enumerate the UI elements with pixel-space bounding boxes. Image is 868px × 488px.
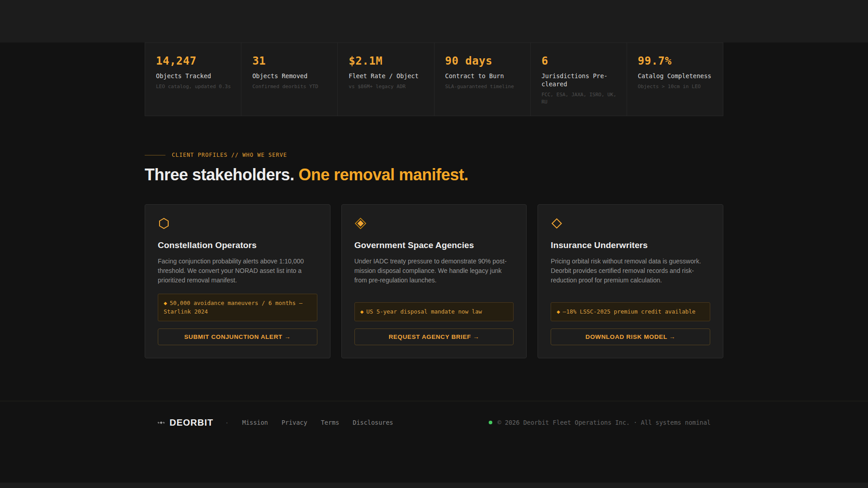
stat-value: $2.1M (349, 55, 424, 67)
footer-link-mission[interactable]: Mission (242, 419, 268, 426)
card-constellation-operators: Constellation Operators Facing conjuncti… (145, 204, 330, 358)
stats-bar: 14,247 Objects Tracked LEO catalog, upda… (145, 42, 723, 116)
client-cards: Constellation Operators Facing conjuncti… (145, 204, 723, 358)
stat-sublabel: SLA-guaranteed timeline (445, 83, 520, 90)
stat-sublabel: vs $86M+ legacy ADR (349, 83, 424, 90)
download-risk-model-button[interactable]: DOWNLOAD RISK MODEL → (551, 328, 710, 345)
card-callout: ◆–18% LSSC-2025 premium credit available (551, 302, 710, 321)
footer-brand-group: DEORBIT · Mission Privacy Terms Disclosu… (157, 418, 393, 428)
callout-text: US 5-year disposal mandate now law (366, 308, 482, 315)
callout-text: –18% LSSC-2025 premium credit available (563, 308, 696, 315)
stat-value: 14,247 (156, 55, 231, 67)
stat-objects-removed: 31 Objects Removed Confirmed deorbits YT… (241, 43, 338, 116)
card-callout: ◆50,000 avoidance maneuvers / 6 months —… (158, 294, 317, 321)
stat-sublabel: LEO catalog, updated 0.3s (156, 83, 231, 90)
stat-catalog-completeness: 99.7% Catalog Completeness Objects > 10c… (627, 43, 723, 116)
footer-link-privacy[interactable]: Privacy (282, 419, 307, 426)
card-title: Insurance Underwriters (551, 240, 710, 250)
diamond-outline-icon (551, 217, 563, 230)
card-callout: ◆US 5-year disposal mandate now law (354, 302, 514, 321)
page-title: Three stakeholders. One removal manifest… (145, 165, 723, 184)
diamond-marker-icon: ◆ (164, 300, 167, 306)
stat-label: Fleet Rate / Object (349, 72, 424, 80)
diamond-marker-icon: ◆ (360, 308, 364, 315)
stat-fleet-rate: $2.1M Fleet Rate / Object vs $86M+ legac… (338, 43, 434, 116)
copyright-status-text: © 2026 Deorbit Fleet Operations Inc. · A… (498, 419, 711, 426)
stat-label: Jurisdictions Pre-cleared (542, 72, 617, 88)
request-agency-brief-button[interactable]: REQUEST AGENCY BRIEF → (354, 328, 514, 345)
main-section: 14,247 Objects Tracked LEO catalog, upda… (0, 42, 868, 483)
diamond-marker-icon: ◆ (557, 308, 560, 315)
card-body: Facing conjunction probability alerts ab… (158, 257, 317, 286)
stat-sublabel: Confirmed deorbits YTD (252, 83, 327, 90)
card-body: Under IADC treaty pressure to demonstrat… (354, 257, 514, 286)
stat-objects-tracked: 14,247 Objects Tracked LEO catalog, upda… (145, 43, 241, 116)
brand-logo[interactable]: DEORBIT (170, 418, 213, 428)
footer-separator: · (225, 419, 229, 426)
stat-label: Contract to Burn (445, 72, 520, 80)
footer-status-group: © 2026 Deorbit Fleet Operations Inc. · A… (489, 419, 711, 426)
stat-label: Catalog Completeness (638, 72, 713, 80)
footer-link-terms[interactable]: Terms (321, 419, 340, 426)
satellite-icon (157, 419, 165, 427)
eyebrow-rule (145, 155, 165, 155)
headline-accent: One removal manifest. (298, 165, 468, 184)
headline-primary: Three stakeholders. (145, 165, 294, 184)
stat-value: 99.7% (638, 55, 713, 67)
stat-label: Objects Tracked (156, 72, 231, 80)
eyebrow-label: CLIENT PROFILES // WHO WE SERVE (172, 152, 287, 158)
stat-value: 90 days (445, 55, 520, 67)
stat-jurisdictions: 6 Jurisdictions Pre-cleared FCC, ESA, JA… (531, 43, 627, 116)
card-body: Pricing orbital risk without removal dat… (551, 257, 710, 286)
callout-text: 50,000 avoidance maneuvers / 6 months — … (164, 300, 302, 315)
hexagon-outline-icon (158, 217, 170, 230)
stat-sublabel: Objects > 10cm in LEO (638, 83, 713, 90)
card-title: Constellation Operators (158, 240, 317, 250)
submit-conjunction-alert-button[interactable]: SUBMIT CONJUNCTION ALERT → (158, 328, 317, 345)
stat-value: 31 (252, 55, 327, 67)
card-government-space-agencies: Government Space Agencies Under IADC tre… (341, 204, 527, 358)
clients-section-head: CLIENT PROFILES // WHO WE SERVE Three st… (145, 152, 723, 184)
stat-contract-to-burn: 90 days Contract to Burn SLA-guaranteed … (434, 43, 531, 116)
bottom-band (0, 483, 868, 488)
section-eyebrow: CLIENT PROFILES // WHO WE SERVE (145, 152, 723, 158)
stat-value: 6 (542, 55, 617, 67)
footer-link-disclosures[interactable]: Disclosures (353, 419, 393, 426)
footer: DEORBIT · Mission Privacy Terms Disclosu… (0, 401, 868, 428)
diamond-filled-icon (354, 217, 367, 230)
card-title: Government Space Agencies (354, 240, 514, 250)
stat-label: Objects Removed (252, 72, 327, 80)
status-dot-icon (489, 421, 492, 424)
stat-sublabel: FCC, ESA, JAXA, ISRO, UK, RU (542, 91, 617, 106)
card-insurance-underwriters: Insurance Underwriters Pricing orbital r… (538, 204, 723, 358)
footer-nav: Mission Privacy Terms Disclosures (242, 419, 393, 426)
